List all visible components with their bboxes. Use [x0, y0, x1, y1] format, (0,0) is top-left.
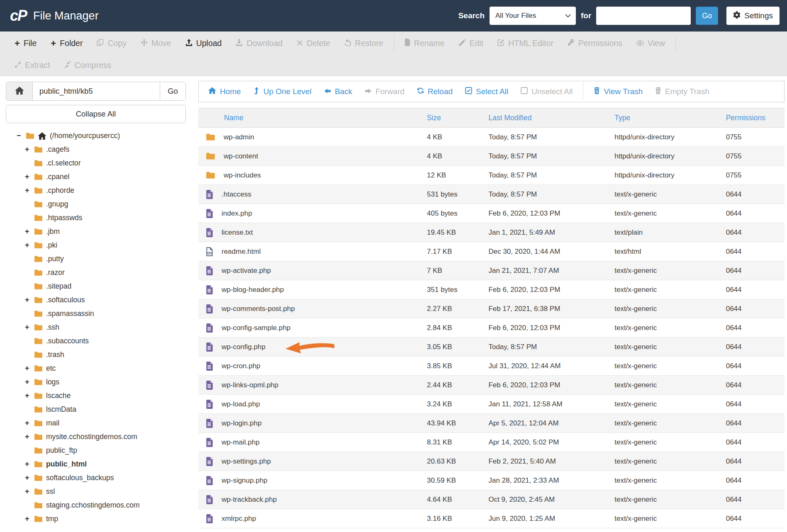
column-header-last-modified[interactable]: Last Modified [488, 114, 614, 122]
tree-toggle[interactable]: + [25, 487, 34, 496]
delete-button[interactable]: Delete [290, 39, 337, 48]
tree-item[interactable]: + .cpanel [6, 170, 186, 184]
permissions-button[interactable]: Permissions [560, 39, 629, 48]
edit-button[interactable]: Edit [452, 39, 491, 48]
column-header-permissions[interactable]: Permissions [726, 114, 785, 122]
rename-button[interactable]: Rename [397, 39, 452, 48]
table-row[interactable]: readme.html 7.17 KB Dec 30, 2020, 1:44 A… [198, 242, 785, 261]
tree-toggle[interactable]: + [25, 432, 34, 441]
tree-item[interactable]: staging.cchostingdemos.com [6, 498, 186, 512]
table-row[interactable]: wp-signup.php 30.59 KB Jan 28, 2021, 2:3… [198, 471, 785, 490]
download-button[interactable]: Download [229, 39, 290, 48]
view-button[interactable]: View [629, 39, 672, 48]
tree-item[interactable]: .sitepad [6, 279, 186, 293]
html-editor-button[interactable]: HTML Editor [490, 39, 560, 48]
tree-toggle[interactable]: − [17, 131, 26, 140]
tree-item[interactable]: + lscache [6, 389, 186, 403]
restore-button[interactable]: Restore [337, 39, 390, 48]
tree-item[interactable]: + ssl [6, 485, 186, 498]
path-go-button[interactable]: Go [160, 82, 185, 100]
table-row[interactable]: wp-cron.php 3.85 KB Jul 31, 2020, 12:44 … [198, 357, 785, 376]
tree-item[interactable]: + tmp [6, 512, 186, 526]
tree-item[interactable]: + mysite.cchostingdemos.com [6, 430, 186, 444]
table-row[interactable]: wp-login.php 43.94 KB Apr 5, 2021, 12:04… [198, 414, 785, 433]
tree-item[interactable]: .putty [6, 252, 186, 266]
tree-toggle[interactable]: + [25, 186, 34, 195]
tree-item[interactable]: .gnupg [6, 197, 186, 211]
tree-toggle[interactable]: + [25, 419, 34, 428]
move-button[interactable]: Move [134, 39, 178, 48]
tree-toggle[interactable]: + [25, 241, 34, 250]
view-trash-button[interactable]: View Trash [587, 87, 649, 96]
tree-item[interactable]: + .cagefs [6, 143, 186, 156]
table-row[interactable]: wp-comments-post.php 2.27 KB Feb 17, 202… [198, 299, 785, 318]
empty-trash-button[interactable]: Empty Trash [649, 87, 716, 96]
collapse-all-button[interactable]: Collapse All [6, 105, 186, 123]
tree-item[interactable]: − (/home/yourcpusercc) [6, 129, 186, 143]
unselect-all-button[interactable]: Unselect All [514, 87, 579, 96]
table-row[interactable]: wp-includes 12 KB Today, 8:57 PM httpd/u… [198, 166, 785, 185]
table-row[interactable]: wp-blog-header.php 351 bytes Feb 6, 2020… [198, 280, 785, 299]
table-row[interactable]: wp-content 4 KB Today, 8:57 PM httpd/uni… [198, 147, 785, 166]
tree-item[interactable]: + .jbm [6, 225, 186, 238]
table-row[interactable]: wp-config.php 3.05 KB Today, 8:57 PM tex… [198, 338, 785, 357]
table-row[interactable]: wp-settings.php 20.63 KB Feb 2, 2021, 5:… [198, 452, 785, 471]
column-header-name[interactable]: Name [198, 114, 427, 122]
folder-button[interactable]: + Folder [44, 39, 90, 48]
nav-home-button[interactable]: Home [202, 87, 247, 96]
select-all-button[interactable]: Select All [459, 87, 514, 96]
tree-item[interactable]: .spamassassin [6, 307, 186, 321]
table-row[interactable]: index.php 405 bytes Feb 6, 2020, 12:03 P… [198, 204, 785, 223]
tree-item[interactable]: + .cphorde [6, 184, 186, 197]
tree-toggle[interactable]: + [25, 474, 34, 482]
search-go-button[interactable]: Go [696, 7, 718, 25]
search-input[interactable] [596, 7, 691, 25]
table-row[interactable]: .htaccess 531 bytes Today, 8:57 PM text/… [198, 185, 785, 204]
tree-item[interactable]: + etc [6, 362, 186, 375]
tree-toggle[interactable]: + [25, 378, 34, 386]
tree-toggle[interactable]: + [25, 460, 34, 469]
settings-button[interactable]: Settings [726, 7, 780, 25]
home-path-button[interactable] [6, 82, 33, 100]
tree-toggle[interactable]: + [25, 515, 34, 523]
table-row[interactable]: wp-admin 4 KB Today, 8:57 PM httpd/unix-… [198, 128, 785, 147]
table-row[interactable]: wp-mail.php 8.31 KB Apr 14, 2020, 5:02 P… [198, 433, 785, 452]
tree-item[interactable]: .razor [6, 266, 186, 279]
copy-button[interactable]: Copy [90, 39, 134, 48]
column-header-type[interactable]: Type [614, 114, 726, 122]
tree-item[interactable]: + .ssh [6, 321, 186, 334]
table-row[interactable]: wp-trackback.php 4.64 KB Oct 9, 2020, 2:… [198, 490, 785, 509]
tree-toggle[interactable]: + [25, 172, 34, 181]
extract-button[interactable]: Extract [7, 61, 57, 70]
table-row[interactable]: license.txt 19.45 KB Jan 1, 2021, 5:49 A… [198, 223, 785, 242]
tree-toggle[interactable]: + [25, 145, 34, 154]
upload-button[interactable]: Upload [178, 39, 229, 48]
nav-reload-button[interactable]: Reload [411, 87, 459, 96]
tree-item[interactable]: .subaccounts [6, 334, 186, 348]
tree-toggle[interactable]: + [25, 364, 34, 373]
tree-item[interactable]: + mail [6, 416, 186, 430]
table-row[interactable]: wp-activate.php 7 KB Jan 21, 2021, 7:07 … [198, 261, 785, 280]
table-row[interactable]: wp-load.php 3.24 KB Jan 11, 2021, 12:58 … [198, 395, 785, 414]
tree-item[interactable]: .trash [6, 348, 186, 362]
tree-item[interactable]: + .softaculous [6, 293, 186, 307]
tree-toggle[interactable]: + [25, 323, 34, 332]
tree-toggle[interactable]: + [25, 391, 34, 400]
tree-toggle[interactable]: + [25, 296, 34, 304]
table-row[interactable]: wp-config-sample.php 2.84 KB Feb 6, 2020… [198, 318, 785, 338]
tree-item[interactable]: public_ftp [6, 444, 186, 457]
tree-item[interactable]: .htpasswds [6, 211, 186, 225]
tree-item[interactable]: .cl.selector [6, 156, 186, 170]
tree-item[interactable]: + softaculous_backups [6, 471, 186, 485]
column-header-size[interactable]: Size [427, 114, 488, 122]
table-row[interactable]: xmlrpc.php 3.16 KB Jun 9, 2020, 1:25 AM … [198, 509, 785, 528]
table-row[interactable]: wp-links-opml.php 2.44 KB Feb 6, 2020, 1… [198, 376, 785, 395]
tree-item[interactable]: + .pki [6, 238, 186, 252]
file-button[interactable]: + File [7, 39, 44, 48]
tree-item[interactable]: + public_html [6, 457, 186, 471]
path-input[interactable] [33, 82, 160, 100]
tree-item[interactable]: lscmData [6, 403, 186, 416]
tree-toggle[interactable]: + [25, 227, 34, 236]
nav-forward-button[interactable]: Forward [358, 87, 411, 96]
nav-back-button[interactable]: Back [318, 87, 358, 96]
